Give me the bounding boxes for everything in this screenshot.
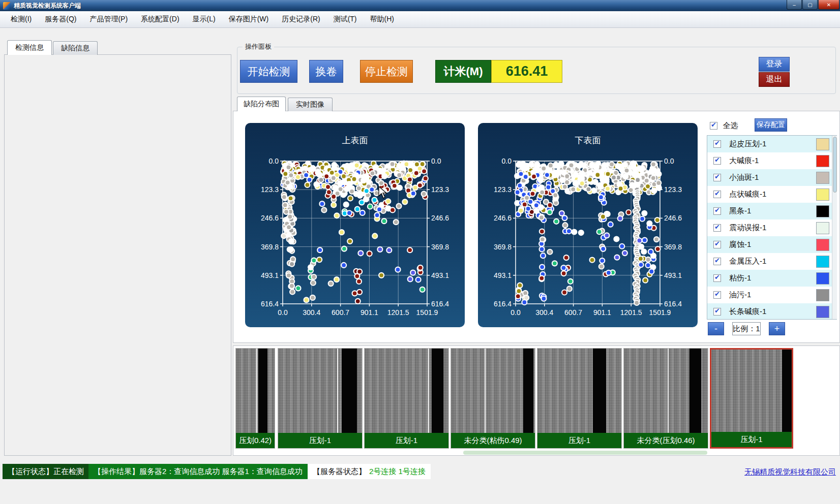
menu-item[interactable]: 服务器(Q) xyxy=(38,13,83,26)
svg-text:0.0: 0.0 xyxy=(431,157,441,165)
scale-plus-button[interactable]: + xyxy=(769,322,785,335)
legend-color-swatch xyxy=(816,239,829,251)
menu-item[interactable]: 保存图片(W) xyxy=(222,13,276,26)
legend-item[interactable]: ✔ 起皮压划-1 xyxy=(707,136,836,152)
checkbox-icon[interactable]: ✔ xyxy=(713,174,721,181)
server-status-label: 【服务器状态】 xyxy=(313,467,366,477)
menu-item[interactable]: 产品管理(P) xyxy=(83,13,134,26)
legend-item-label: 粘伤-1 xyxy=(729,273,816,283)
legend-item[interactable]: ✔ 长条碱痕-1 xyxy=(707,303,836,320)
menu-item[interactable]: 帮助(H) xyxy=(364,13,401,26)
legend-item[interactable]: ✔ 黑条-1 xyxy=(707,203,836,219)
thumbnail-scrollbar[interactable] xyxy=(463,451,707,455)
svg-text:600.7: 600.7 xyxy=(332,308,349,317)
svg-text:246.6: 246.6 xyxy=(494,214,512,222)
checkbox-icon[interactable]: ✔ xyxy=(713,241,721,248)
upper-surface-scatter: 上表面0.00.00.0123.3123.3300.4246.6246.6600… xyxy=(245,123,465,327)
defect-thumbnail[interactable]: 压划-1 xyxy=(364,348,449,449)
change-roll-button[interactable]: 换卷 xyxy=(309,60,343,83)
save-config-button[interactable]: 保存配置 xyxy=(755,118,787,132)
svg-text:901.1: 901.1 xyxy=(361,308,378,317)
lower-surface-scatter: 下表面0.00.00.0123.3123.3300.4246.6246.6600… xyxy=(478,123,698,327)
defect-thumbnail[interactable]: 压划-1 xyxy=(537,348,622,449)
tab-detect-info[interactable]: 检测信息 xyxy=(7,40,52,55)
select-all-label: 全选 xyxy=(723,121,738,130)
logout-button[interactable]: 退出 xyxy=(759,72,790,87)
legend-item[interactable]: ✔ 金属压入-1 xyxy=(707,253,836,270)
tab-realtime-image[interactable]: 实时图像 xyxy=(288,98,333,111)
checkbox-icon[interactable]: ✔ xyxy=(713,274,721,282)
legend-item[interactable]: ✔ 小油斑-1 xyxy=(707,169,836,186)
svg-text:493.1: 493.1 xyxy=(494,271,512,279)
defect-thumbnail-strip: 压划0.42) 压划-1 压划-1 未分类(粘伤0.49) 压划 xyxy=(233,345,840,456)
company-link[interactable]: 无锡精质视觉科技有限公司 xyxy=(744,467,836,477)
defect-thumbnail[interactable]: 压划0.42) xyxy=(235,348,275,449)
checkbox-icon[interactable]: ✔ xyxy=(713,291,721,299)
defect-thumbnail[interactable]: 未分类(粘伤0.49) xyxy=(451,348,535,449)
tab-defect-distribution[interactable]: 缺陷分布图 xyxy=(237,97,286,111)
login-button[interactable]: 登录 xyxy=(759,57,790,72)
legend-item[interactable]: ✔ 大碱痕-1 xyxy=(707,152,836,169)
defect-thumbnail-label: 压划-1 xyxy=(365,433,448,448)
defect-thumbnail[interactable]: 压划-1 xyxy=(710,348,793,449)
window-title: 精质视觉检测系统客户端 xyxy=(14,2,81,10)
svg-text:123.3: 123.3 xyxy=(664,185,682,194)
checkbox-icon[interactable]: ✔ xyxy=(713,191,721,198)
server-status-value: 2号连接 1号连接 xyxy=(369,467,426,477)
meter-value: 616.41 xyxy=(491,60,562,83)
defect-black-bar xyxy=(432,349,443,433)
legend-scrollbar[interactable] xyxy=(832,136,837,319)
svg-text:1501.9: 1501.9 xyxy=(649,308,671,317)
tab-defect-info[interactable]: 缺陷信息 xyxy=(53,41,98,55)
legend-scrollbar-thumb[interactable] xyxy=(833,137,837,193)
defect-thumbnail-image xyxy=(236,349,275,433)
defect-thumbnail-image xyxy=(711,350,792,432)
menu-item[interactable]: 测试(T) xyxy=(327,13,364,26)
start-detect-button[interactable]: 开始检测 xyxy=(240,60,297,83)
meter-label: 计米(M) xyxy=(435,60,491,83)
legend-item[interactable]: ✔ 震动误报-1 xyxy=(707,219,836,236)
run-status-box: 【运行状态】正在检测 xyxy=(3,464,89,479)
legend-item[interactable]: ✔ 腐蚀-1 xyxy=(707,236,836,253)
stop-detect-button[interactable]: 停止检测 xyxy=(360,60,413,83)
svg-text:0.0: 0.0 xyxy=(664,157,674,165)
menu-item[interactable]: 系统配置(D) xyxy=(134,13,186,26)
scale-value-box: 比例：1 xyxy=(732,322,761,335)
legend-color-swatch xyxy=(816,289,829,301)
defect-thumbnail-image xyxy=(365,349,448,433)
checkbox-icon[interactable]: ✔ xyxy=(713,207,721,215)
legend-item[interactable]: ✔ 点状碱痕-1 xyxy=(707,186,836,203)
svg-text:0.0: 0.0 xyxy=(502,157,512,165)
checkbox-icon[interactable]: ✔ xyxy=(713,157,721,165)
legend-item[interactable]: ✔ 油污-1 xyxy=(707,287,836,303)
defect-thumbnail[interactable]: 未分类(压划0.46) xyxy=(623,348,708,449)
defect-black-bar xyxy=(689,349,701,433)
legend-color-swatch xyxy=(816,256,829,268)
legend-item-label: 腐蚀-1 xyxy=(729,240,816,249)
menu-item[interactable]: 检测(I) xyxy=(4,13,38,26)
legend-item-label: 起皮压划-1 xyxy=(729,139,816,149)
checkbox-icon[interactable]: ✔ xyxy=(713,224,721,232)
defect-thumbnail-label: 未分类(压划0.46) xyxy=(624,433,708,448)
maximize-icon[interactable]: ▢ xyxy=(802,0,818,10)
left-tab-page xyxy=(4,54,231,456)
checkbox-icon[interactable]: ✔ xyxy=(713,258,721,265)
checkbox-icon[interactable]: ✔ xyxy=(713,308,721,316)
svg-text:616.4: 616.4 xyxy=(431,300,449,308)
defect-thumbnail[interactable]: 压划-1 xyxy=(278,348,363,449)
close-icon[interactable]: ✕ xyxy=(818,0,839,10)
menu-item[interactable]: 显示(L) xyxy=(186,13,222,26)
minimize-icon[interactable]: – xyxy=(787,0,802,10)
chart-upper-surface: 上表面0.00.00.0123.3123.3300.4246.6246.6600… xyxy=(245,123,465,327)
svg-text:0.0: 0.0 xyxy=(269,157,279,165)
select-all-checkbox[interactable]: ✔ 全选 xyxy=(710,121,738,131)
menu-item[interactable]: 历史记录(R) xyxy=(275,13,326,26)
scale-minus-button[interactable]: - xyxy=(708,322,724,335)
checkbox-icon[interactable]: ✔ xyxy=(713,140,721,148)
svg-text:493.1: 493.1 xyxy=(431,271,449,279)
legend-item-label: 长条碱痕-1 xyxy=(729,307,816,317)
defect-thumbnail-label: 未分类(粘伤0.49) xyxy=(451,433,535,448)
defect-white-line xyxy=(668,349,669,433)
legend-item[interactable]: ✔ 粘伤-1 xyxy=(707,270,836,287)
menu-bar: 检测(I) 服务器(Q) 产品管理(P) 系统配置(D) 显示(L) 保存图片(… xyxy=(0,11,840,28)
